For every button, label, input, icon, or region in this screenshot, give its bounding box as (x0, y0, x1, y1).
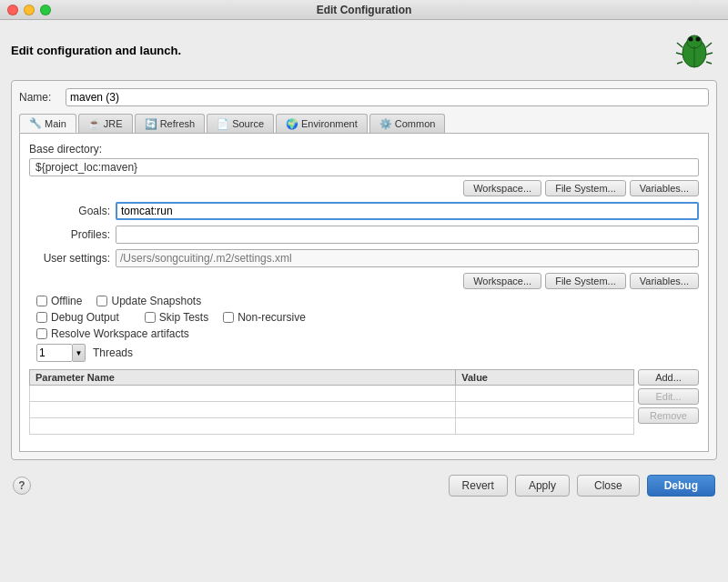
checkbox-row-3: Resolve Workspace artifacts (36, 327, 699, 340)
update-snapshots-checkbox[interactable] (96, 296, 107, 306)
tab-source-label: Source (232, 118, 264, 129)
non-recursive-checkbox-label[interactable]: Non-recursive (223, 311, 306, 324)
bug-icon (672, 27, 717, 73)
name-label: Name: (19, 91, 60, 104)
tab-main-label: Main (45, 118, 66, 129)
table-row (30, 418, 634, 435)
bottom-right: Revert Apply Close Debug (449, 475, 715, 497)
environment-tab-icon: 🌍 (286, 118, 298, 130)
threads-row: 1 ▼ Threads (29, 344, 699, 362)
resolve-workspace-checkbox[interactable] (36, 328, 47, 339)
threads-arrow[interactable]: ▼ (73, 344, 86, 362)
header-label: Edit configuration and launch. (11, 44, 181, 57)
user-settings-row: User settings: (29, 249, 699, 267)
threads-label: Threads (93, 346, 133, 359)
add-param-button[interactable]: Add... (638, 369, 699, 386)
skip-tests-checkbox[interactable] (145, 312, 156, 323)
common-tab-icon: ⚙️ (379, 118, 392, 130)
variables-button-2[interactable]: Variables... (630, 273, 699, 289)
update-snapshots-label: Update Snapshots (111, 295, 201, 307)
help-button[interactable]: ? (13, 477, 31, 495)
param-name-header: Parameter Name (30, 370, 456, 386)
jre-tab-icon: ☕ (88, 118, 101, 130)
tab-source[interactable]: 📄 Source (207, 114, 274, 133)
goals-input[interactable] (116, 202, 699, 220)
tab-common[interactable]: ⚙️ Common (369, 114, 446, 133)
checkbox-row-1: Offline Update Snapshots (36, 295, 699, 307)
user-settings-input[interactable] (116, 249, 699, 267)
svg-point-3 (696, 37, 701, 42)
skip-tests-label: Skip Tests (159, 311, 208, 324)
refresh-tab-icon: 🔄 (145, 118, 157, 130)
base-dir-input[interactable] (29, 158, 699, 176)
close-button[interactable]: Close (577, 475, 640, 497)
revert-button[interactable]: Revert (449, 475, 508, 497)
file-system-button-2[interactable]: File System... (545, 273, 626, 289)
threads-spinner[interactable]: 1 ▼ (36, 344, 86, 362)
close-window-button[interactable] (7, 5, 18, 15)
debug-output-label: Debug Output (51, 311, 119, 324)
apply-button[interactable]: Apply (515, 475, 570, 497)
param-table-section: Parameter Name Value (29, 369, 699, 438)
threads-value[interactable]: 1 (36, 344, 73, 362)
tab-refresh-label: Refresh (160, 118, 196, 129)
offline-checkbox[interactable] (36, 296, 47, 306)
profiles-row: Profiles: (29, 226, 699, 244)
param-name-cell (30, 402, 456, 418)
profiles-label: Profiles: (29, 228, 116, 241)
non-recursive-checkbox[interactable] (223, 312, 234, 323)
svg-line-5 (677, 43, 682, 47)
table-row (30, 402, 634, 418)
main-content: Edit configuration and launch. Name: 🔧 (0, 20, 728, 467)
config-panel: Name: 🔧 Main ☕ JRE 🔄 Refresh 📄 Source � (11, 80, 717, 460)
offline-checkbox-label[interactable]: Offline (36, 295, 82, 307)
tab-jre[interactable]: ☕ JRE (78, 114, 133, 133)
svg-line-6 (676, 53, 682, 55)
tabs-row: 🔧 Main ☕ JRE 🔄 Refresh 📄 Source 🌍 Enviro… (19, 114, 709, 134)
debug-output-checkbox[interactable] (36, 312, 47, 323)
update-snapshots-checkbox-label[interactable]: Update Snapshots (96, 295, 201, 307)
offline-label: Offline (51, 295, 82, 307)
value-header: Value (456, 370, 634, 386)
window-controls[interactable] (7, 5, 51, 15)
name-input[interactable] (66, 88, 709, 106)
tab-main[interactable]: 🔧 Main (19, 114, 76, 133)
table-row (30, 386, 634, 402)
tab-environment[interactable]: 🌍 Environment (276, 114, 368, 133)
param-value-cell (456, 418, 634, 435)
edit-param-button[interactable]: Edit... (638, 388, 699, 405)
source-tab-icon: 📄 (217, 118, 229, 130)
minimize-window-button[interactable] (24, 5, 35, 15)
svg-line-9 (706, 53, 713, 55)
svg-line-8 (706, 43, 712, 47)
user-settings-buttons: Workspace... File System... Variables... (29, 273, 699, 289)
bottom-left: ? (13, 477, 31, 495)
tab-content-main: Base directory: Workspace... File System… (19, 134, 709, 452)
workspace-button-1[interactable]: Workspace... (463, 180, 541, 196)
base-dir-row: Base directory: (29, 143, 699, 176)
profiles-input[interactable] (116, 226, 699, 244)
variables-button-1[interactable]: Variables... (630, 180, 699, 196)
tab-refresh[interactable]: 🔄 Refresh (135, 114, 206, 133)
user-settings-label: User settings: (29, 252, 116, 265)
skip-tests-checkbox-label[interactable]: Skip Tests (145, 311, 208, 324)
param-name-cell (30, 386, 456, 402)
main-tab-icon: 🔧 (29, 117, 42, 129)
header-row: Edit configuration and launch. (11, 27, 717, 73)
debug-button[interactable]: Debug (647, 475, 715, 497)
svg-line-10 (706, 62, 712, 64)
remove-param-button[interactable]: Remove (638, 407, 699, 424)
goals-row: Goals: (29, 202, 699, 220)
file-system-button-1[interactable]: File System... (545, 180, 626, 196)
maximize-window-button[interactable] (40, 5, 51, 15)
bottom-bar: ? Revert Apply Close Debug (0, 467, 728, 504)
resolve-workspace-checkbox-label[interactable]: Resolve Workspace artifacts (36, 327, 189, 340)
goals-label: Goals: (29, 205, 116, 217)
param-table-container: Parameter Name Value (29, 369, 634, 438)
svg-point-2 (689, 37, 693, 42)
base-directory-section: Base directory: Workspace... File System… (29, 143, 699, 196)
non-recursive-label: Non-recursive (238, 311, 306, 324)
resolve-workspace-label: Resolve Workspace artifacts (51, 327, 189, 340)
workspace-button-2[interactable]: Workspace... (463, 273, 541, 289)
debug-output-checkbox-label[interactable]: Debug Output (36, 311, 119, 324)
